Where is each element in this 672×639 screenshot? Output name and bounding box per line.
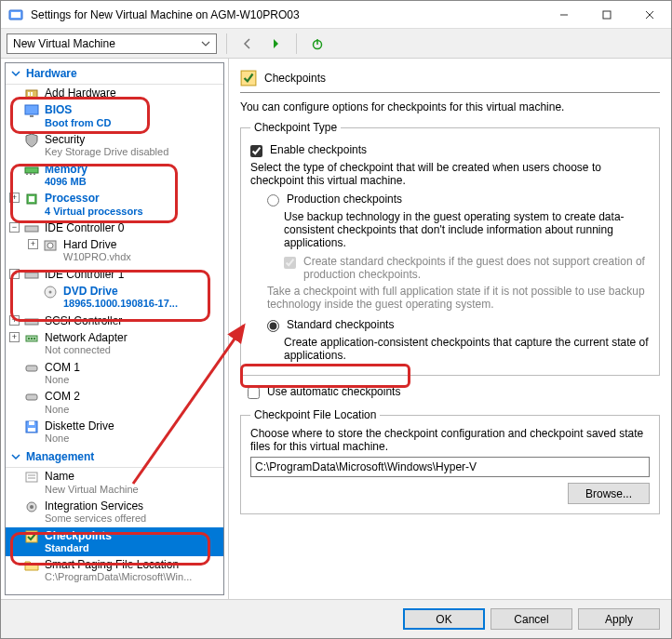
svg-rect-12 [30, 115, 34, 117]
sidebar-item-security[interactable]: Security Key Storage Drive disabled [6, 131, 223, 161]
item-subtext: W10PRO.vhdx [63, 251, 220, 263]
checkpoints-icon [24, 529, 39, 544]
item-label: BIOS [45, 103, 220, 116]
svg-rect-33 [29, 421, 34, 425]
item-label: Name [45, 470, 220, 483]
diskette-icon [24, 419, 39, 434]
sidebar-item-integration-services[interactable]: Integration Services Some services offer… [6, 498, 223, 527]
network-icon [24, 331, 39, 346]
standard-label: Standard checkpoints [287, 318, 394, 331]
svg-rect-14 [26, 173, 28, 175]
title-bar: Settings for New Virtual Machine on AGM-… [1, 1, 671, 29]
sidebar-item-ide0[interactable]: − IDE Controller 0 [6, 220, 223, 236]
expander-icon[interactable]: − [9, 222, 20, 233]
svg-rect-34 [28, 428, 35, 432]
sidebar-item-hard-drive[interactable]: + Hard Drive W10PRO.vhdx [6, 236, 223, 266]
sidebar-tree[interactable]: Hardware Add Hardware BIOS Boot from CD … [5, 62, 224, 595]
management-label: Management [26, 450, 94, 463]
standard-radio[interactable] [267, 320, 279, 332]
svg-rect-18 [29, 196, 34, 202]
svg-rect-10 [31, 92, 33, 96]
auto-checkpoints-label: Use automatic checkpoints [267, 385, 400, 398]
separator [226, 33, 227, 54]
shield-icon [24, 133, 39, 148]
dvd-icon [43, 285, 58, 300]
panel-header: Checkpoints [240, 70, 660, 93]
maximize-button[interactable] [585, 1, 628, 29]
sidebar-item-scsi[interactable]: + SCSI Controller [6, 313, 223, 329]
power-button[interactable] [306, 33, 329, 55]
item-subtext: None [45, 404, 220, 416]
item-label: Memory [45, 163, 220, 176]
com-port-icon [24, 390, 39, 405]
nav-back-button[interactable] [236, 33, 259, 55]
sidebar-item-processor[interactable]: + Processor 4 Virtual processors [6, 190, 223, 220]
sidebar-item-add-hardware[interactable]: Add Hardware [6, 85, 223, 101]
svg-rect-40 [26, 531, 37, 542]
auto-checkpoints-checkbox[interactable] [248, 387, 260, 399]
expander-icon[interactable]: + [9, 315, 20, 326]
controller-icon [24, 268, 39, 283]
expander-icon[interactable]: + [9, 332, 20, 342]
intro-text: You can configure options for checkpoint… [240, 100, 660, 113]
minimize-button[interactable] [543, 1, 585, 29]
production-desc: Use backup technology in the guest opera… [284, 210, 650, 249]
services-icon [24, 499, 39, 514]
standard-desc: Create application-consistent checkpoint… [284, 336, 650, 362]
sidebar-item-memory[interactable]: Memory 4096 MB [6, 161, 223, 191]
standard-row: Standard checkpoints [267, 318, 650, 332]
item-subtext: 4096 MB [45, 176, 220, 188]
sidebar-item-name[interactable]: Name New Virtual Machine [6, 468, 223, 498]
content-panel: Checkpoints You can configure options fo… [229, 59, 671, 599]
sidebar-item-diskette[interactable]: Diskette Drive None [6, 418, 223, 447]
expander-icon[interactable]: − [9, 269, 20, 279]
sidebar-item-bios[interactable]: BIOS Boot from CD [6, 101, 223, 131]
sidebar-item-network-adapter[interactable]: + Network Adapter Not connected [6, 329, 223, 359]
item-label: Hard Drive [63, 238, 220, 251]
item-subtext: Standard [45, 542, 220, 554]
ok-button[interactable]: OK [403, 608, 485, 630]
apply-button[interactable]: Apply [578, 608, 660, 630]
memory-icon [24, 163, 39, 178]
item-subtext: Not connected [45, 344, 220, 356]
expander-icon[interactable]: + [28, 239, 38, 249]
item-subtext: Key Storage Drive disabled [45, 146, 220, 158]
sidebar-item-smart-paging[interactable]: Smart Paging File Location C:\ProgramDat… [6, 556, 223, 586]
com-port-icon [24, 361, 39, 376]
sidebar-item-com2[interactable]: COM 2 None [6, 388, 223, 418]
separator [296, 33, 297, 54]
svg-rect-19 [25, 226, 38, 232]
production-row: Production checkpoints [267, 193, 650, 206]
svg-rect-9 [28, 92, 30, 96]
browse-button[interactable]: Browse... [568, 483, 650, 504]
sidebar-item-checkpoints[interactable]: Checkpoints Standard [6, 527, 223, 557]
close-button[interactable] [628, 1, 671, 29]
svg-rect-31 [26, 394, 37, 400]
svg-rect-3 [603, 11, 611, 19]
auto-checkpoints-row: Use automatic checkpoints [248, 385, 660, 399]
enable-checkpoints-row: Enable checkpoints [250, 143, 650, 157]
sidebar-item-ide1[interactable]: − IDE Controller 1 [6, 266, 223, 283]
sidebar-item-dvd-drive[interactable]: DVD Drive 18965.1000.190816-17... [6, 283, 223, 313]
item-label: COM 1 [45, 361, 220, 374]
expander-icon[interactable]: + [9, 193, 20, 203]
vm-selector[interactable]: New Virtual Machine [7, 33, 217, 54]
enable-checkpoints-checkbox[interactable] [250, 145, 262, 157]
folder-icon [24, 558, 39, 573]
location-path-input[interactable] [250, 457, 650, 477]
fallback-note: Take a checkpoint with full application … [267, 285, 650, 311]
item-subtext: None [45, 433, 220, 445]
nav-forward-button[interactable] [264, 33, 287, 55]
cancel-button[interactable]: Cancel [491, 608, 572, 630]
item-label: IDE Controller 1 [45, 268, 220, 281]
sidebar-item-com1[interactable]: COM 1 None [6, 359, 223, 389]
item-label: Security [45, 133, 220, 146]
production-radio[interactable] [267, 194, 279, 206]
svg-rect-11 [25, 105, 38, 114]
svg-rect-27 [28, 338, 30, 339]
scsi-icon [24, 314, 39, 329]
svg-rect-25 [25, 319, 38, 325]
controller-icon [24, 221, 39, 236]
add-hardware-icon [24, 87, 39, 101]
checkpoint-location-group: Checkpoint File Location Choose where to… [240, 408, 660, 514]
